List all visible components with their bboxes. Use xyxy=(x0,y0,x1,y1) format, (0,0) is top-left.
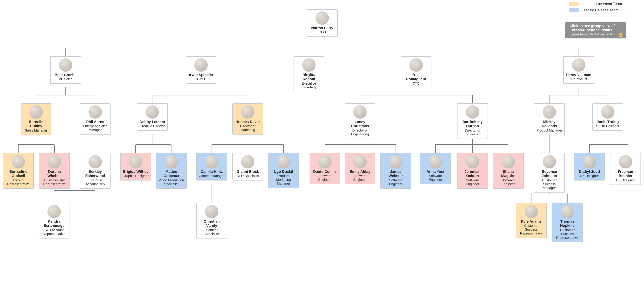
node-swe-james[interactable]: James Webster Software Engineer xyxy=(380,153,411,189)
cta-hint: (Hold Shift + ⌘ or Ctrl, then click) xyxy=(568,33,616,36)
person-name: Norma Perry xyxy=(311,26,333,30)
node-enterprise-sales-manager[interactable]: Phil Acres Enterprise Sales Manager xyxy=(80,103,110,135)
person-name: Laney Christmas xyxy=(347,120,373,128)
avatar xyxy=(619,155,632,168)
avatar xyxy=(59,58,72,72)
node-csr-thomas[interactable]: Thomas Hopkins Customer Success Represen… xyxy=(552,203,583,242)
avatar xyxy=(205,205,218,218)
person-title: UX Designer xyxy=(580,174,599,178)
node-director-engineering-2[interactable]: Bartholemy Durgan Director of Engineerin… xyxy=(457,103,488,139)
avatar xyxy=(429,155,442,168)
node-product-manager[interactable]: Mickey Neilands Product Manager xyxy=(534,103,565,135)
node-sr-ux-designer[interactable]: Jonis Thring Sr UX Designer xyxy=(592,103,623,131)
node-seo-specialist[interactable]: Gianni Block SEO Specialist xyxy=(232,153,263,180)
node-creative-director[interactable]: Debby Lethem Creative Director xyxy=(137,103,168,131)
legend-swatch-lead xyxy=(569,2,579,6)
node-ux-dathyl[interactable]: Dathyl Judd UX Designer xyxy=(574,153,605,180)
person-name: Irwin Spinello xyxy=(189,73,213,77)
node-b2b-rep[interactable]: Kendra Scrammage B2B Account Representat… xyxy=(39,203,70,238)
person-title: CEO xyxy=(318,30,326,34)
person-title: CMO xyxy=(197,77,205,81)
person-name: Anna Yost xyxy=(426,169,444,174)
person-name: Dante Collins xyxy=(313,169,337,174)
node-swe-shana[interactable]: Shana Maguire Software Engineer xyxy=(493,153,524,189)
node-vp-product[interactable]: Percy Veltman VP Product xyxy=(563,56,594,84)
person-title: Enterprise Sales Manager xyxy=(82,124,108,132)
person-title: VP Product xyxy=(570,77,587,81)
person-name: Percy Veltman xyxy=(566,73,591,77)
node-swe-anna[interactable]: Anna Yost Software Engineer xyxy=(420,153,451,184)
avatar xyxy=(277,155,290,168)
person-name: Beyonce Johnson xyxy=(536,169,562,178)
person-title: Customer Success Representative xyxy=(518,224,544,235)
group-view-button[interactable]: Click to see group view of cross-functio… xyxy=(565,22,626,39)
person-title: Software Engineer xyxy=(495,178,521,186)
legend-swatch-feature xyxy=(569,8,579,12)
avatar xyxy=(302,58,316,72)
person-title: UX Designer xyxy=(616,178,635,182)
person-title: Product Marketing Manager xyxy=(270,174,296,185)
org-chart-canvas[interactable]: Norma Perry CEO Bent Grasha VP Sales Irw… xyxy=(0,0,644,296)
node-content-manager[interactable]: Camila Hintz Content Manager xyxy=(196,153,227,180)
person-name: Phil Acres xyxy=(86,120,104,124)
avatar xyxy=(48,205,61,218)
avatar xyxy=(572,58,586,72)
person-name: Bernelle Cubley xyxy=(23,120,49,128)
node-csm[interactable]: Beyonce Johnson Customer Success Manager xyxy=(534,153,565,193)
node-vp-sales[interactable]: Bent Grasha VP Sales xyxy=(50,56,81,84)
node-swe-emily[interactable]: Emily Alday Software Engineer xyxy=(344,153,375,184)
person-name: Thomas Hopkins xyxy=(554,219,580,228)
person-name: Bernadine Godsell xyxy=(5,169,32,178)
person-name: Freeman Beuhler xyxy=(612,169,638,178)
person-name: Ugo Duckit xyxy=(274,169,293,174)
avatar xyxy=(502,155,515,168)
person-name: Bartholemy Durgan xyxy=(460,120,486,128)
avatar xyxy=(466,105,479,119)
person-name: Gianni Block xyxy=(236,169,259,174)
legend-label-lead: Lead Improvement Team xyxy=(582,2,622,6)
node-ux-freeman[interactable]: Freeman Beuhler UX Designer xyxy=(610,153,641,185)
person-title: Account Representative xyxy=(5,178,32,186)
person-name: Holmes Dever xyxy=(236,120,260,124)
person-name: Erica Romaguera xyxy=(403,73,429,81)
person-name: Matteo Gobeaux xyxy=(158,169,184,178)
node-csr-kyle[interactable]: Kyle Adams Customer Success Representati… xyxy=(516,203,547,238)
person-title: Customer Success Representative xyxy=(554,228,580,240)
person-name: James Webster xyxy=(383,169,409,178)
avatar xyxy=(389,155,402,168)
avatar xyxy=(205,155,218,168)
avatar xyxy=(561,205,574,218)
node-bu-rep[interactable]: Dorena Whebell Business Unit Representat… xyxy=(39,153,70,189)
person-title: Software Engineer xyxy=(347,174,373,182)
avatar xyxy=(241,155,254,168)
node-video-production[interactable]: Matteo Gobeaux Video Production Speciali… xyxy=(156,153,187,189)
person-title: Business Unit Representative xyxy=(42,178,68,186)
person-name: Kyle Adams xyxy=(521,219,542,223)
avatar xyxy=(466,155,479,168)
node-ceo[interactable]: Norma Perry CEO xyxy=(307,9,338,37)
node-graphic-designer[interactable]: Brigida Withey Graphic Designer xyxy=(120,153,151,180)
node-cmo[interactable]: Irwin Spinello CMO xyxy=(186,56,216,84)
person-title: Software Engineer xyxy=(460,178,486,186)
node-account-rep[interactable]: Bernadine Godsell Account Representative xyxy=(3,153,34,189)
avatar xyxy=(165,155,178,168)
node-exec-secretary[interactable]: Birgitta Rosoni Executive Secretarty xyxy=(294,56,324,92)
avatar xyxy=(241,105,254,119)
person-title: B2B Account Representative xyxy=(41,228,67,236)
person-title: Customer Success Manager xyxy=(536,178,562,190)
node-director-engineering-1[interactable]: Laney Christmas Director of Engineering xyxy=(344,103,375,139)
node-content-specialist[interactable]: Christian Vandy Content Specialist xyxy=(196,203,227,238)
node-pmm[interactable]: Ugo Duckit Product Marketing Manager xyxy=(268,153,299,188)
node-enterprise-account-rep[interactable]: Berkley Esherwood Enterprise Account Rep xyxy=(80,153,110,189)
node-director-marketing[interactable]: Holmes Dever Director of Marketing xyxy=(232,103,263,135)
legend: Lead Improvement Team Feature Release Te… xyxy=(566,0,626,15)
person-title: Video Production Specialist xyxy=(158,178,184,186)
person-name: Christian Vandy xyxy=(199,219,225,228)
node-cto[interactable]: Erica Romaguera CTO xyxy=(401,56,432,88)
avatar xyxy=(146,105,159,119)
node-swe-jeremiah[interactable]: Jeremiah Oakton Software Engineer xyxy=(457,153,488,189)
node-sales-manager[interactable]: Bernelle Cubley Sales Manager xyxy=(21,103,52,135)
person-title: Graphic Designer xyxy=(122,174,148,178)
node-swe-dante[interactable]: Dante Collins Software Engineer xyxy=(310,153,340,184)
avatar xyxy=(88,105,102,119)
